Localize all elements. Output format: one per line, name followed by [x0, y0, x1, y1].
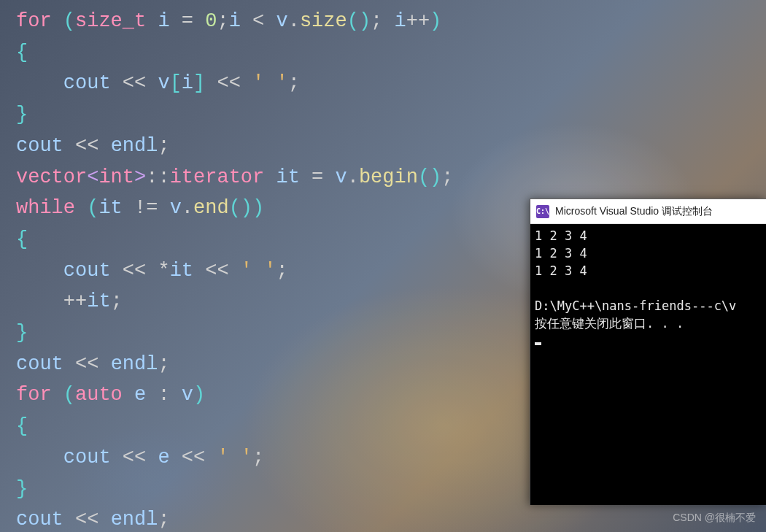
code-token: endl [111, 509, 158, 531]
code-token: << [111, 72, 158, 94]
code-token: ; [158, 509, 169, 531]
code-token: for [16, 384, 52, 406]
code-token: it [276, 166, 299, 188]
code-token: ; [288, 72, 300, 94]
console-line: 1 2 3 4 [535, 227, 762, 244]
code-token: ; [217, 10, 228, 32]
code-token: = [300, 166, 336, 188]
code-token: endl [111, 135, 158, 157]
code-token: cout [16, 509, 63, 531]
console-titlebar[interactable]: C:\ Microsoft Visual Studio 调试控制台 [530, 199, 766, 224]
code-token: i [395, 10, 406, 32]
code-token: ' ' [217, 447, 252, 469]
code-token: << [205, 72, 252, 94]
code-token: << [63, 353, 111, 375]
code-token: v [158, 72, 169, 94]
code-token: () [347, 10, 371, 32]
code-token: ; [158, 353, 169, 375]
code-token: 0 [205, 10, 217, 32]
code-token: ] [193, 72, 205, 94]
code-token: () [418, 166, 441, 188]
code-token: ( [63, 384, 75, 406]
code-token [146, 10, 158, 32]
code-token: { [16, 415, 28, 437]
code-token: :: [146, 166, 169, 188]
code-token: [ [170, 72, 182, 94]
console-cursor [535, 342, 541, 345]
code-token: << [63, 135, 111, 157]
code-token: begin [359, 166, 418, 188]
code-token: ' ' [252, 72, 288, 94]
code-token [16, 290, 63, 312]
code-token: > [134, 166, 146, 188]
code-token: ) [430, 10, 441, 32]
code-token [16, 72, 63, 94]
code-token: cout [16, 353, 63, 375]
code-token: ; [441, 166, 453, 188]
code-token: . [347, 166, 359, 188]
console-output[interactable]: 1 2 3 41 2 3 41 2 3 4 D:\MyC++\nans-frie… [530, 224, 766, 352]
code-token: cout [16, 135, 63, 157]
code-token: . [288, 10, 300, 32]
code-token: cout [63, 72, 111, 94]
code-token: size_t [75, 10, 146, 32]
code-token: i [158, 10, 169, 32]
code-token: cout [63, 260, 111, 282]
code-token: while [16, 197, 75, 219]
code-token: e [158, 447, 169, 469]
code-token: e [134, 384, 146, 406]
code-token: << [111, 447, 158, 469]
code-token: i [229, 10, 241, 32]
console-line: 按任意键关闭此窗口. . . [535, 315, 762, 332]
code-token: v [170, 197, 182, 219]
console-title: Microsoft Visual Studio 调试控制台 [555, 205, 713, 218]
code-token [16, 260, 63, 282]
console-line: D:\MyC++\nans-friends---c\v [535, 297, 762, 315]
code-token: vector [16, 166, 87, 188]
code-token: v [276, 10, 287, 32]
code-token: < [87, 166, 98, 188]
console-line: 1 2 3 4 [535, 244, 762, 262]
code-token: it [98, 197, 122, 219]
code-token: ' ' [241, 260, 276, 282]
code-token: < [241, 10, 276, 32]
code-token: cout [63, 447, 111, 469]
code-token: ++ [406, 10, 430, 32]
debug-console-window[interactable]: C:\ Microsoft Visual Studio 调试控制台 1 2 3 … [530, 198, 766, 505]
code-token: v [182, 384, 193, 406]
code-token: << * [111, 260, 170, 282]
code-token [123, 384, 134, 406]
watermark: CSDN @很楠不爱 [673, 512, 756, 525]
code-token: } [16, 322, 28, 344]
code-token [264, 166, 276, 188]
code-token: endl [111, 353, 158, 375]
code-token: ; [111, 290, 123, 312]
code-token: : [146, 384, 182, 406]
code-token: ; [371, 10, 394, 32]
code-token [16, 447, 63, 469]
code-token: . [182, 197, 193, 219]
code-token: ( [87, 197, 98, 219]
code-token: ) [193, 384, 205, 406]
code-token: v [335, 166, 347, 188]
code-token: { [16, 228, 28, 250]
code-token: ++ [63, 290, 87, 312]
code-token: iterator [170, 166, 265, 188]
code-token: } [16, 478, 28, 500]
code-token: end [193, 197, 229, 219]
code-token: int [98, 166, 134, 188]
code-token: } [16, 104, 28, 126]
code-token [75, 197, 87, 219]
code-token: i [182, 72, 193, 94]
code-token: = [170, 10, 206, 32]
code-token: { [16, 42, 28, 63]
console-line: 1 2 3 4 [535, 262, 762, 280]
code-token: for [16, 10, 52, 32]
code-token: != [123, 197, 170, 219]
code-token: it [170, 260, 193, 282]
code-token: ; [276, 260, 287, 282]
code-token: () [229, 197, 252, 219]
console-app-icon: C:\ [536, 205, 549, 218]
code-editor[interactable]: for (size_t i = 0;i < v.size(); i++) { c… [16, 6, 454, 532]
code-token: ; [158, 135, 169, 157]
